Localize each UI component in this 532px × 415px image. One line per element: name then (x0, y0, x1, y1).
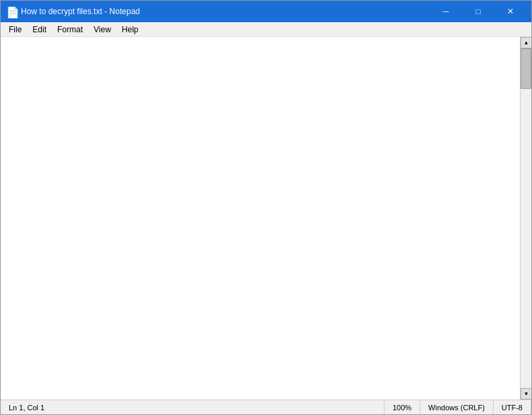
status-position: Ln 1, Col 1 (1, 400, 385, 414)
status-bar: Ln 1, Col 1 100% Windows (CRLF) UTF-8 (1, 400, 531, 414)
encoding: UTF-8 (502, 404, 523, 412)
menu-edit[interactable]: Edit (27, 24, 52, 35)
title-bar: 📄 How to decrypt files.txt - Notepad ─ □… (1, 1, 531, 22)
vertical-scrollbar[interactable]: ▲ ▼ (520, 37, 531, 400)
menu-format[interactable]: Format (52, 24, 88, 35)
scroll-up-button[interactable]: ▲ (521, 37, 531, 48)
scroll-thumb[interactable] (521, 48, 531, 89)
minimize-button[interactable]: ─ (430, 5, 461, 18)
scroll-track[interactable] (521, 48, 531, 388)
window-controls: ─ □ ✕ (430, 5, 526, 18)
menu-help[interactable]: Help (117, 24, 144, 35)
scroll-down-button[interactable]: ▼ (521, 388, 531, 400)
menu-view[interactable]: View (88, 24, 117, 35)
line-ending: Windows (CRLF) (428, 404, 485, 412)
cursor-position: Ln 1, Col 1 (9, 404, 44, 412)
content-area: ▲ ▼ (1, 37, 531, 400)
zoom-level: 100% (393, 404, 411, 412)
window-title: How to decrypt files.txt - Notepad (21, 7, 430, 16)
text-editor[interactable] (1, 37, 520, 400)
notepad-window: 📄 How to decrypt files.txt - Notepad ─ □… (0, 0, 532, 415)
menu-file[interactable]: File (3, 24, 27, 35)
close-button[interactable]: ✕ (495, 5, 526, 18)
app-icon: 📄 (6, 6, 17, 17)
status-zoom: 100% (385, 400, 420, 414)
maximize-button[interactable]: □ (463, 5, 494, 18)
status-encoding: UTF-8 (494, 400, 531, 414)
status-line-ending: Windows (CRLF) (420, 400, 494, 414)
menu-bar: File Edit Format View Help (1, 22, 531, 37)
